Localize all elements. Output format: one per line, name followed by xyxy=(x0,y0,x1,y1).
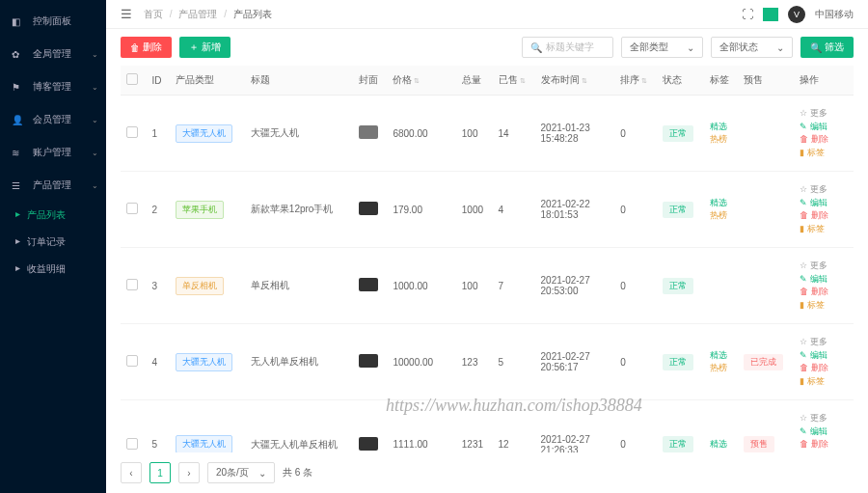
cell-price: 1111.00 xyxy=(387,400,455,453)
edit-action[interactable]: ✎编辑 xyxy=(800,197,848,210)
tag-icon: ▮ xyxy=(800,147,804,160)
sidebar-sub-0[interactable]: ▸产品列表 xyxy=(0,202,106,229)
row-checkbox[interactable] xyxy=(126,279,138,290)
delete-action[interactable]: 🗑删除 xyxy=(800,133,848,147)
status-badge: 正常 xyxy=(663,278,693,294)
breadcrumb: 首页 / 产品管理 / 产品列表 xyxy=(144,8,272,21)
status-badge: 正常 xyxy=(663,354,693,370)
col-price[interactable]: 价格⇅ xyxy=(387,66,455,96)
more-action[interactable]: ☆更多 xyxy=(800,260,848,273)
delete-button[interactable]: 🗑删除 xyxy=(121,37,172,58)
type-tag: 大疆无人机 xyxy=(176,435,232,452)
row-actions: ☆更多 ✎编辑 🗑删除 ▮标签 xyxy=(800,260,848,312)
edit-action[interactable]: ✎编辑 xyxy=(800,425,848,439)
cell-sort: 0 xyxy=(614,248,657,324)
label-action[interactable]: ▮标签 xyxy=(800,147,848,160)
more-action[interactable]: ☆更多 xyxy=(800,183,848,197)
sidebar-item-3[interactable]: 👤会员管理⌄ xyxy=(0,103,106,136)
add-button[interactable]: ＋新增 xyxy=(179,37,231,58)
chevron-down-icon: ⌄ xyxy=(92,181,98,190)
topbar: ☰ 首页 / 产品管理 / 产品列表 ⛶ V 中国移动 xyxy=(106,0,868,29)
type-tag: 单反相机 xyxy=(176,277,224,295)
delete-action[interactable]: 🗑删除 xyxy=(800,286,848,299)
sidebar-item-4[interactable]: ≋账户管理⌄ xyxy=(0,136,106,169)
badge: 热榜 xyxy=(710,362,732,375)
sidebar-item-label: 控制面板 xyxy=(33,14,71,28)
delete-action[interactable]: 🗑删除 xyxy=(800,362,848,375)
toolbar: 🗑删除 ＋新增 🔍标题关键字 全部类型⌄ 全部状态⌄ 🔍筛选 xyxy=(106,29,868,66)
cell-sold: 12 xyxy=(493,400,535,453)
cell-time: 2021-02-27 21:26:33 xyxy=(535,400,615,453)
cell-price: 10000.00 xyxy=(387,324,455,400)
sidebar-item-2[interactable]: ⚑博客管理⌄ xyxy=(0,70,106,103)
cell-sold: 4 xyxy=(493,172,535,248)
type-filter-select[interactable]: 全部类型⌄ xyxy=(621,37,703,58)
product-table: ID产品类型标题封面价格⇅总量已售⇅发布时间⇅排序⇅状态标签预售操作 1 大疆无… xyxy=(121,66,854,452)
chevron-down-icon: ⌄ xyxy=(92,149,98,157)
row-actions: ☆更多 ✎编辑 🗑删除 ▮标签 ▮虚拟预售 xyxy=(800,412,848,452)
breadcrumb-section[interactable]: 产品管理 xyxy=(178,9,217,19)
cell-sold: 7 xyxy=(493,248,535,324)
delete-action[interactable]: 🗑删除 xyxy=(800,438,848,452)
more-action[interactable]: ☆更多 xyxy=(800,336,848,349)
nav-icon: ◧ xyxy=(12,16,25,27)
select-all-checkbox[interactable] xyxy=(126,73,138,85)
tag-icon: ▮ xyxy=(800,223,804,236)
pagination: ‹ 1 › 20条/页⌄ 共 6 条 xyxy=(106,452,868,493)
prev-page-button[interactable]: ‹ xyxy=(121,462,142,483)
col-pubtime[interactable]: 发布时间⇅ xyxy=(535,66,615,96)
sidebar-sub-1[interactable]: ▸订单记录 xyxy=(0,229,106,256)
chevron-down-icon: ⌄ xyxy=(92,83,98,92)
row-checkbox[interactable] xyxy=(126,203,138,214)
col-sold[interactable]: 已售⇅ xyxy=(493,66,535,96)
cell-sort: 0 xyxy=(614,400,657,453)
sidebar-sub-2[interactable]: ▸收益明细 xyxy=(0,256,106,283)
avatar[interactable]: V xyxy=(788,6,805,23)
sidebar: ◧控制面板✿全局管理⌄⚑博客管理⌄👤会员管理⌄≋账户管理⌄☰产品管理⌄▸产品列表… xyxy=(0,0,106,493)
thumbnail-image xyxy=(359,278,378,291)
cell-price: 1000.00 xyxy=(387,248,455,324)
status-filter-select[interactable]: 全部状态⌄ xyxy=(711,37,793,58)
cell-stock: 100 xyxy=(456,248,493,324)
search-input[interactable]: 🔍标题关键字 xyxy=(522,37,613,58)
label-action[interactable]: ▮标签 xyxy=(800,299,848,313)
sidebar-item-0[interactable]: ◧控制面板 xyxy=(0,5,106,38)
breadcrumb-home[interactable]: 首页 xyxy=(144,9,163,19)
fullscreen-icon[interactable]: ⛶ xyxy=(742,8,753,21)
edit-action[interactable]: ✎编辑 xyxy=(800,349,848,363)
edit-action[interactable]: ✎编辑 xyxy=(800,121,848,134)
more-action[interactable]: ☆更多 xyxy=(800,107,848,121)
pagesize-select[interactable]: 20条/页⌄ xyxy=(207,462,275,483)
table-row: 3 单反相机 单反相机 1000.00 100 7 2021-02-27 20:… xyxy=(121,248,854,324)
row-checkbox[interactable] xyxy=(126,126,138,138)
edit-action[interactable]: ✎编辑 xyxy=(800,273,848,287)
page-number[interactable]: 1 xyxy=(149,462,171,483)
sidebar-item-1[interactable]: ✿全局管理⌄ xyxy=(0,38,106,70)
trash-icon: 🗑 xyxy=(800,209,808,223)
cell-time: 2021-02-27 20:53:00 xyxy=(535,248,615,324)
badge: 精选 xyxy=(710,197,732,210)
sidebar-item-label: 账户管理 xyxy=(33,146,71,159)
filter-button[interactable]: 🔍筛选 xyxy=(800,37,854,58)
cell-sold: 14 xyxy=(493,96,535,172)
sort-icon: ⇅ xyxy=(641,77,647,84)
theme-color-icon[interactable] xyxy=(763,8,778,21)
delete-action[interactable]: 🗑删除 xyxy=(800,209,848,223)
col-sort[interactable]: 排序⇅ xyxy=(614,66,657,96)
more-action[interactable]: ☆更多 xyxy=(800,412,848,425)
col-thumb: 封面 xyxy=(353,66,387,96)
star-icon: ☆ xyxy=(800,412,807,425)
tag-badges: 精选热榜 xyxy=(710,197,732,223)
tag-icon: ▮ xyxy=(800,375,804,389)
sidebar-item-5[interactable]: ☰产品管理⌄ xyxy=(0,169,106,202)
badge: 精选 xyxy=(710,438,732,452)
next-page-button[interactable]: › xyxy=(178,462,200,483)
label-action[interactable]: ▮标签 xyxy=(800,223,848,236)
row-actions: ☆更多 ✎编辑 🗑删除 ▮标签 xyxy=(800,183,848,235)
label-action[interactable]: ▮标签 xyxy=(800,375,848,389)
row-checkbox[interactable] xyxy=(126,355,138,367)
cell-time: 2021-01-23 15:48:28 xyxy=(535,96,615,172)
cell-sort: 0 xyxy=(614,324,657,400)
row-checkbox[interactable] xyxy=(126,438,138,450)
menu-toggle-icon[interactable]: ☰ xyxy=(121,7,132,21)
